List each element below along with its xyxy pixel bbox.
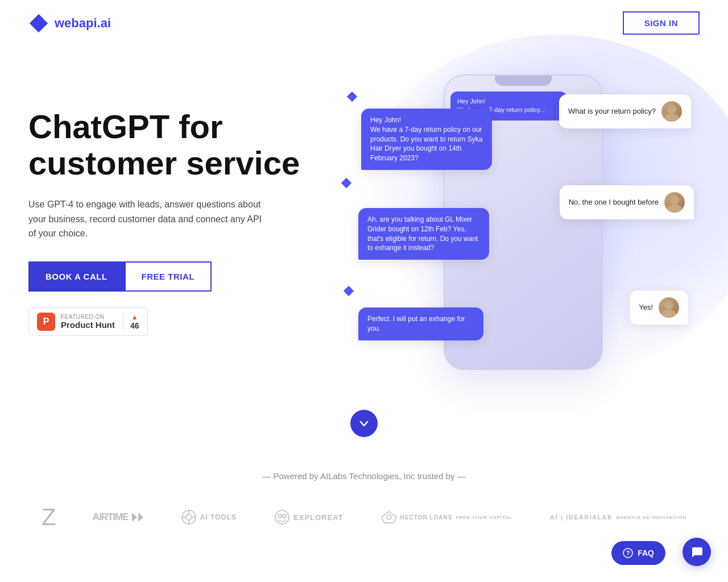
scroll-down-area (0, 410, 728, 437)
product-hunt-badge[interactable]: P FEATURED ON Product Hunt ▲ 46 (28, 307, 148, 336)
logo-exploreat: exploreat (274, 509, 344, 525)
product-hunt-icon: P (37, 313, 55, 331)
svg-point-4 (667, 105, 676, 114)
product-hunt-text: FEATURED ON Product Hunt (61, 314, 115, 330)
faq-label: FAQ (638, 548, 654, 558)
navbar: webapi.ai SIGN IN (0, 0, 728, 46)
chat-bubbles-overlay: What is your return policy? Hey John!We … (313, 63, 700, 381)
svg-point-22 (387, 515, 391, 519)
svg-point-5 (664, 114, 679, 122)
chat-bubble-1: What is your return policy? (559, 94, 691, 128)
chat-widget-button[interactable] (682, 538, 711, 565)
chevron-down-icon (359, 418, 369, 429)
hero-subtitle: Use GPT-4 to engage with leads, answer q… (28, 197, 267, 241)
chat-bubble-4: Ah, are you talking about GL Mixer Gride… (358, 208, 489, 260)
airtime-icon (132, 513, 143, 522)
scroll-down-button[interactable] (350, 410, 378, 437)
diamond-icon-2 (340, 177, 353, 189)
aitools-icon (181, 509, 197, 525)
chat-bubble-5: Yes! (630, 290, 688, 325)
svg-point-9 (661, 310, 676, 318)
svg-point-13 (186, 514, 192, 520)
svg-point-7 (667, 205, 682, 213)
svg-marker-0 (30, 14, 48, 32)
svg-marker-10 (132, 513, 137, 522)
hero-title: ChatGPT for customer service (28, 109, 313, 181)
svg-marker-1 (347, 92, 357, 102)
hero-buttons-group: BOOK A CALL FREE TRIAL (28, 261, 313, 292)
chat-bubble-2: Hey John!We have a 7-day return policy o… (361, 109, 492, 170)
avatar-2 (664, 192, 685, 213)
svg-marker-11 (138, 513, 143, 522)
svg-point-18 (275, 510, 289, 524)
faq-button[interactable]: ? FAQ (611, 541, 665, 565)
hero-section: ChatGPT for customer service Use GPT-4 t… (0, 46, 728, 404)
sign-in-button[interactable]: SIGN IN (623, 11, 700, 35)
faq-question-icon: ? (623, 548, 633, 558)
book-call-button[interactable]: BOOK A CALL (28, 261, 125, 292)
product-hunt-votes: ▲ 46 (123, 313, 139, 330)
hectorloans-icon (381, 511, 397, 523)
svg-point-6 (670, 196, 679, 205)
avatar-3 (659, 297, 679, 318)
exploreat-icon (274, 509, 290, 525)
svg-marker-21 (382, 512, 396, 523)
svg-point-20 (283, 514, 286, 518)
trusted-text: — Powered by AILabs Technologies, Inc tr… (28, 471, 700, 481)
logo-diamond-icon (28, 13, 49, 34)
svg-marker-3 (344, 286, 354, 296)
hero-left-content: ChatGPT for customer service Use GPT-4 t… (28, 109, 313, 335)
avatar-1 (661, 101, 682, 122)
hero-illustration: Hey John!We have a 7-day return policy..… (313, 63, 700, 381)
free-trial-button[interactable]: FREE TRIAL (125, 261, 212, 292)
svg-text:?: ? (626, 550, 630, 556)
logo-idearialab: AI | IDEARIALABAGENCIA DE INNOVACIÓN (550, 514, 686, 521)
logo-aitools: AI TOOLS (181, 509, 237, 525)
logos-row: Z airtime AI TOOLS (28, 504, 700, 531)
chat-bubble-6: Perfect. I will put an exhange for you. (358, 307, 483, 340)
chat-widget-icon (690, 545, 704, 559)
logo-text: webapi.ai (55, 16, 111, 31)
logo-z: Z (42, 504, 55, 531)
svg-point-8 (664, 301, 673, 310)
logo[interactable]: webapi.ai (28, 13, 111, 34)
logo-hectorloans: HECTOR LOANSFREE YOUR CAPITAL (381, 511, 513, 523)
diamond-icon-1 (346, 90, 358, 103)
svg-point-19 (278, 514, 282, 518)
svg-marker-2 (341, 178, 351, 188)
diamond-icon-3 (342, 285, 355, 297)
chat-bubble-3: No, the one I bought before (560, 185, 694, 219)
logo-airtime: airtime (93, 512, 143, 523)
